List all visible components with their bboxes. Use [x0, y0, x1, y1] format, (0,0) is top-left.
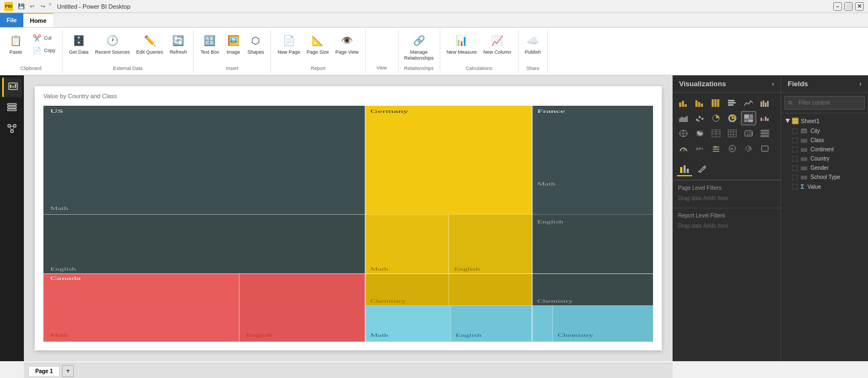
sidebar-item-report[interactable]	[2, 78, 22, 97]
viz-gauge[interactable]	[676, 142, 691, 156]
viz-icons-grid: 123 KPI	[673, 93, 781, 159]
shapes-button[interactable]: ⬡ Shapes	[245, 32, 267, 65]
field-school-type[interactable]: School Type	[781, 172, 868, 182]
viz-build-tab[interactable]	[677, 162, 692, 176]
image-button[interactable]: 🖼️ Image	[224, 32, 243, 65]
relationships-group-label: Relationships	[404, 66, 434, 71]
copy-button[interactable]: 📄 Copy	[29, 44, 58, 56]
viz-slicer[interactable]	[708, 142, 724, 156]
canvas-page[interactable]: Value by Country and Class US Math Engli…	[35, 86, 662, 350]
treemap-chart[interactable]: US Math English Chemistry Canada Math En…	[43, 106, 653, 342]
sidebar-item-relationships[interactable]	[2, 119, 22, 138]
page-tab-1[interactable]: Page 1	[28, 366, 60, 376]
tab-file[interactable]: File	[0, 13, 23, 27]
viz-card[interactable]: 123	[741, 126, 756, 140]
report-level-filters-label: Report Level Filters	[678, 213, 775, 219]
viz-clustered-bar[interactable]	[676, 96, 691, 110]
field-gender[interactable]: Gender	[781, 163, 868, 172]
new-measure-button[interactable]: 📊 New Measure	[445, 32, 479, 65]
edit-queries-icon: ✏️	[142, 33, 157, 48]
viz-clustered-column[interactable]	[725, 96, 740, 110]
image-icon: 🖼️	[226, 33, 241, 48]
viz-filled-map[interactable]	[692, 126, 707, 140]
svg-point-61	[696, 119, 698, 121]
svg-line-108	[791, 104, 793, 105]
viz-r-visual[interactable]: R	[725, 142, 740, 156]
share-group-label: Share	[526, 66, 539, 71]
text-box-button[interactable]: 🔠 Text Box	[198, 32, 221, 65]
new-page-button[interactable]: 📄 New Page	[275, 32, 302, 65]
viz-matrix[interactable]	[725, 126, 740, 140]
field-checkbox-continent	[792, 147, 797, 152]
visualizations-expand[interactable]: ›	[772, 80, 774, 88]
get-data-icon: 🗄️	[71, 33, 86, 48]
viz-pie-chart[interactable]	[708, 111, 724, 125]
new-column-button[interactable]: 📈 New Column	[481, 32, 514, 65]
recent-sources-button[interactable]: 🕐 Recent Sources	[93, 32, 132, 65]
group-calculations: 📊 New Measure 📈 New Column Calculations	[440, 30, 518, 73]
fields-search-container	[781, 93, 868, 113]
treemap-cell-germany-english[interactable]	[449, 215, 533, 274]
field-city[interactable]: City	[781, 126, 868, 136]
svg-rect-116	[801, 130, 807, 133]
fields-search-input[interactable]	[795, 98, 861, 107]
undo-button[interactable]: ↩	[27, 2, 37, 11]
svg-text:123: 123	[746, 132, 753, 136]
viz-custom2[interactable]: ...	[757, 142, 772, 156]
get-data-button[interactable]: 🗄️ Get Data	[67, 32, 91, 65]
viz-kpi[interactable]: KPI	[692, 142, 707, 156]
viz-table[interactable]	[708, 126, 724, 140]
page-level-drag-zone[interactable]: Drag data fields here	[678, 193, 775, 203]
treemap-cell-canada-math[interactable]	[43, 274, 239, 342]
page-view-button[interactable]: 👁️ Page View	[333, 32, 361, 65]
field-continent[interactable]: Continent	[781, 145, 868, 154]
viz-waterfall[interactable]	[757, 111, 772, 125]
publish-button[interactable]: ☁️ Publish	[523, 32, 543, 65]
viz-stacked-bar[interactable]	[692, 96, 707, 110]
sidebar-item-data[interactable]	[2, 98, 22, 118]
viz-treemap[interactable]	[741, 111, 756, 125]
viz-ribbon-chart[interactable]	[757, 96, 772, 110]
paste-button[interactable]: 📋 Paste	[4, 32, 27, 65]
viz-multi-row-card[interactable]	[757, 126, 772, 140]
refresh-button[interactable]: 🔄 Refresh	[168, 32, 189, 65]
fields-group-sheet1[interactable]: Sheet1	[781, 116, 868, 126]
add-page-button[interactable]: +	[62, 365, 74, 377]
viz-custom1[interactable]: ↺	[741, 142, 756, 156]
viz-area-chart[interactable]	[676, 111, 691, 125]
treemap-cell-us-math[interactable]	[43, 106, 365, 215]
redo-button[interactable]: ↪	[38, 2, 48, 11]
svg-rect-68	[750, 114, 753, 119]
svg-rect-119	[801, 139, 807, 143]
manage-relationships-button[interactable]: 🔗 ManageRelationships	[403, 32, 435, 65]
minimize-button[interactable]: –	[833, 2, 842, 11]
viz-map[interactable]	[676, 126, 691, 140]
field-country[interactable]: Country	[781, 154, 868, 163]
treemap-cell-canada-english[interactable]	[239, 274, 365, 342]
save-button[interactable]: 💾	[16, 2, 26, 11]
page-tabs: Page 1 +	[24, 363, 673, 378]
field-class[interactable]: Class	[781, 136, 868, 145]
viz-line-chart[interactable]	[741, 96, 756, 110]
edit-queries-button[interactable]: ✏️ Edit Queries	[134, 32, 166, 65]
viz-stacked-bar-100[interactable]	[708, 96, 724, 110]
treemap-cell-france-top[interactable]	[532, 106, 653, 215]
app-logo: PBI	[4, 2, 13, 11]
treemap-cell-us-english[interactable]	[43, 215, 365, 274]
fields-expand[interactable]: ›	[859, 80, 861, 88]
manage-relationships-label: ManageRelationships	[404, 49, 434, 61]
maximize-button[interactable]: ⬜	[844, 2, 853, 11]
svg-text:Chemistry: Chemistry	[537, 299, 573, 303]
svg-point-9	[11, 130, 14, 133]
close-button[interactable]: ✕	[855, 2, 864, 11]
cut-button[interactable]: ✂️ Cut	[29, 32, 58, 44]
treemap-cell-germany-top[interactable]	[365, 106, 532, 215]
treemap-cell-germany-math[interactable]	[365, 215, 449, 274]
viz-format-tab[interactable]	[694, 162, 709, 176]
field-value[interactable]: Σ Value	[781, 182, 868, 191]
viz-donut-chart[interactable]	[725, 111, 740, 125]
tab-home[interactable]: Home	[23, 13, 53, 27]
report-level-drag-zone[interactable]: Drag data fields here	[678, 221, 775, 231]
viz-scatter-chart[interactable]	[692, 111, 707, 125]
page-size-button[interactable]: 📐 Page Size	[305, 32, 331, 65]
